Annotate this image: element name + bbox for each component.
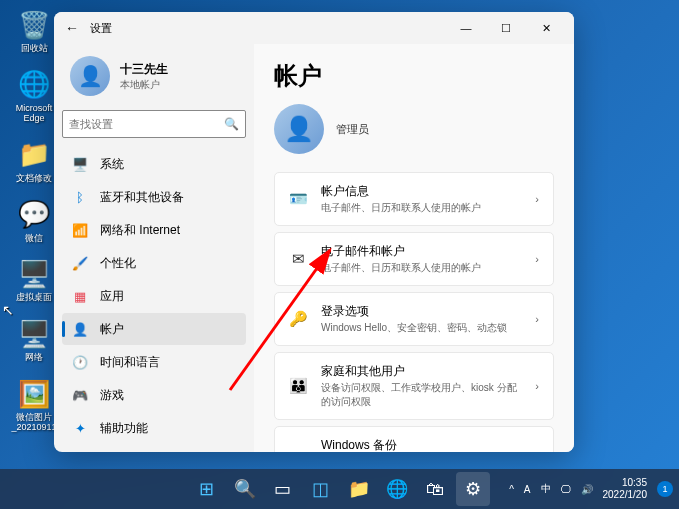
card-icon: ☁	[289, 451, 307, 452]
window-title: 设置	[90, 21, 446, 36]
titlebar: ← 设置 — ☐ ✕	[54, 12, 574, 44]
nav-label: 时间和语言	[100, 354, 160, 371]
card-desc: 电子邮件、日历和联系人使用的帐户	[321, 261, 521, 275]
nav-icon: ᛒ	[72, 189, 88, 205]
window-controls: — ☐ ✕	[446, 13, 566, 43]
page-title: 帐户	[274, 60, 554, 92]
search-icon: 🔍	[224, 117, 239, 131]
desktop-icon-glyph: 📁	[17, 138, 51, 172]
clock-time: 10:35	[603, 477, 648, 489]
card-title: 电子邮件和帐户	[321, 243, 521, 260]
desktop-icon[interactable]: 🖥️虚拟桌面	[8, 257, 60, 303]
taskbar-right: ^ A 中 🖵 🔊 10:35 2022/1/20 1	[509, 477, 673, 501]
card-title: 家庭和其他用户	[321, 363, 521, 380]
desktop-icon[interactable]: 🗑️回收站	[8, 8, 60, 54]
nav-item-辅助功能[interactable]: ✦辅助功能	[62, 412, 246, 444]
volume-icon[interactable]: 🔊	[581, 484, 593, 495]
nav-item-隐私和安全性[interactable]: 🛡隐私和安全性	[62, 445, 246, 452]
nav-icon: 📶	[72, 222, 88, 238]
taskbar-explorer[interactable]: 📁	[342, 472, 376, 506]
nav-icon: 🎮	[72, 387, 88, 403]
taskbar-settings[interactable]: ⚙	[456, 472, 490, 506]
clock[interactable]: 10:35 2022/1/20	[603, 477, 648, 501]
desktop-icon[interactable]: 🖼️微信图片_20210911	[8, 377, 60, 433]
back-button[interactable]: ←	[62, 18, 82, 38]
tray[interactable]: ^ A 中 🖵 🔊	[509, 482, 592, 496]
taskbar-taskview[interactable]: ▭	[266, 472, 300, 506]
nav-label: 个性化	[100, 255, 136, 272]
settings-card[interactable]: 🪪帐户信息电子邮件、日历和联系人使用的帐户›	[274, 172, 554, 226]
close-button[interactable]: ✕	[526, 13, 566, 43]
ime-indicator[interactable]: A	[524, 484, 531, 495]
nav-list: 🖥️系统ᛒ蓝牙和其他设备📶网络和 Internet🖌️个性化▦应用👤帐户🕐时间和…	[62, 148, 246, 452]
desktop-icon-label: 回收站	[21, 44, 48, 54]
card-icon: 👪	[289, 377, 307, 395]
desktop-icon-label: 网络	[25, 353, 43, 363]
nav-label: 应用	[100, 288, 124, 305]
search-box[interactable]: 🔍	[62, 110, 246, 138]
taskbar-edge[interactable]: 🌐	[380, 472, 414, 506]
profile-row: 👤 管理员	[274, 104, 554, 154]
card-title: 帐户信息	[321, 183, 521, 200]
settings-card[interactable]: ✉电子邮件和帐户电子邮件、日历和联系人使用的帐户›	[274, 232, 554, 286]
settings-window: ← 设置 — ☐ ✕ 👤 十三先生 本地帐户 🔍 🖥️系统ᛒ蓝牙和其他设备📶网络…	[54, 12, 574, 452]
card-desc: Windows Hello、安全密钥、密码、动态锁	[321, 321, 521, 335]
chevron-right-icon: ›	[535, 313, 539, 325]
taskbar-start[interactable]: ⊞	[190, 472, 224, 506]
desktop-icon-glyph: 🌐	[17, 68, 51, 102]
nav-label: 辅助功能	[100, 420, 148, 437]
nav-item-系统[interactable]: 🖥️系统	[62, 148, 246, 180]
profile-role: 管理员	[336, 122, 369, 137]
nav-item-应用[interactable]: ▦应用	[62, 280, 246, 312]
nav-label: 蓝牙和其他设备	[100, 189, 184, 206]
minimize-button[interactable]: —	[446, 13, 486, 43]
clock-date: 2022/1/20	[603, 489, 648, 501]
settings-card[interactable]: 👪家庭和其他用户设备访问权限、工作或学校用户、kiosk 分配的访问权限›	[274, 352, 554, 420]
nav-label: 网络和 Internet	[100, 222, 180, 239]
notification-badge[interactable]: 1	[657, 481, 673, 497]
desktop-icon-label: 微信图片_20210911	[8, 413, 60, 433]
ime-indicator-cn[interactable]: 中	[541, 482, 551, 496]
card-icon: 🔑	[289, 310, 307, 328]
profile-avatar: 👤	[274, 104, 324, 154]
desktop-icon-glyph: 🗑️	[17, 8, 51, 42]
user-block[interactable]: 👤 十三先生 本地帐户	[62, 52, 246, 100]
desktop-icon[interactable]: 📁文档修改	[8, 138, 60, 184]
settings-cards: 🪪帐户信息电子邮件、日历和联系人使用的帐户›✉电子邮件和帐户电子邮件、日历和联系…	[274, 172, 554, 452]
desktop-icon[interactable]: 💬微信	[8, 198, 60, 244]
network-icon[interactable]: 🖵	[561, 484, 571, 495]
desktop-icon-glyph: 🖥️	[17, 317, 51, 351]
card-icon: 🪪	[289, 190, 307, 208]
desktop-icon[interactable]: 🖥️网络	[8, 317, 60, 363]
desktop-icon-label: 微信	[25, 234, 43, 244]
nav-item-蓝牙和其他设备[interactable]: ᛒ蓝牙和其他设备	[62, 181, 246, 213]
search-input[interactable]	[69, 118, 224, 130]
desktop-icon[interactable]: 🌐Microsoft Edge	[8, 68, 60, 124]
desktop-icon-glyph: 🖼️	[17, 377, 51, 411]
nav-item-网络和 Internet[interactable]: 📶网络和 Internet	[62, 214, 246, 246]
desktop-icon-label: 文档修改	[16, 174, 52, 184]
nav-item-个性化[interactable]: 🖌️个性化	[62, 247, 246, 279]
content-area: 帐户 👤 管理员 🪪帐户信息电子邮件、日历和联系人使用的帐户›✉电子邮件和帐户电…	[254, 44, 574, 452]
maximize-button[interactable]: ☐	[486, 13, 526, 43]
desktop-icons: 🗑️回收站🌐Microsoft Edge📁文档修改💬微信🖥️虚拟桌面🖥️网络🖼️…	[8, 8, 60, 433]
nav-label: 系统	[100, 156, 124, 173]
desktop-icon-glyph: 💬	[17, 198, 51, 232]
card-desc: 设备访问权限、工作或学校用户、kiosk 分配的访问权限	[321, 381, 521, 409]
tray-chevron-icon[interactable]: ^	[509, 484, 514, 495]
nav-icon: ▦	[72, 288, 88, 304]
nav-item-时间和语言[interactable]: 🕐时间和语言	[62, 346, 246, 378]
nav-item-游戏[interactable]: 🎮游戏	[62, 379, 246, 411]
taskbar-search[interactable]: 🔍	[228, 472, 262, 506]
desktop-icon-glyph: 🖥️	[17, 257, 51, 291]
card-title: Windows 备份	[321, 437, 521, 452]
chevron-right-icon: ›	[535, 193, 539, 205]
nav-icon: 🖥️	[72, 156, 88, 172]
taskbar-store[interactable]: 🛍	[418, 472, 452, 506]
settings-card[interactable]: 🔑登录选项Windows Hello、安全密钥、密码、动态锁›	[274, 292, 554, 346]
settings-card[interactable]: ☁Windows 备份备份文件、应用和首选项，以便跨设备将其还原›	[274, 426, 554, 452]
desktop-icon-label: Microsoft Edge	[8, 104, 60, 124]
nav-item-帐户[interactable]: 👤帐户	[62, 313, 246, 345]
taskbar-apps: ⊞🔍▭◫📁🌐🛍⚙	[190, 472, 490, 506]
taskbar-widgets[interactable]: ◫	[304, 472, 338, 506]
